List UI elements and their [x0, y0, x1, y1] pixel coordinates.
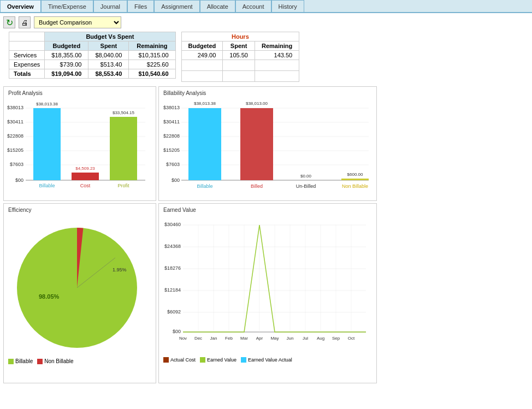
svg-text:Billed: Billed: [251, 183, 263, 189]
svg-text:$00: $00: [173, 329, 181, 334]
hours-table: Hours Budgeted Spent Remaining 249.00 10…: [181, 32, 300, 82]
efficiency-svg: 98.05% 1.95%: [6, 214, 148, 361]
svg-text:$33,504.15: $33,504.15: [113, 110, 135, 115]
totals-remaining: $10,540.60: [129, 69, 175, 79]
svg-text:Billable: Billable: [197, 183, 212, 189]
earned-value-color: [200, 357, 205, 363]
svg-text:$30460: $30460: [164, 222, 181, 227]
tab-allocate[interactable]: Allocate: [200, 0, 235, 12]
svg-rect-16: [110, 117, 137, 180]
svg-text:Aug: Aug: [317, 336, 324, 341]
tab-overview[interactable]: Overview: [0, 0, 41, 12]
non-billable-legend-label: Non Billable: [44, 358, 73, 364]
efficiency-title: Efficiency: [6, 206, 153, 214]
legend-actual-cost: Actual Cost: [163, 357, 196, 363]
efficiency-chart: Efficiency 98.05% 1.95%: [3, 203, 156, 383]
expenses-label: Expenses: [9, 60, 45, 69]
svg-text:$22808: $22808: [7, 133, 23, 139]
print-button[interactable]: 🖨: [19, 16, 31, 28]
profit-chart-svg: $38013 $30411 $22808 $15205 $7603 $00 $3…: [6, 97, 148, 198]
billability-analysis-chart: Billability Analysis $38013 $30411 $2280…: [158, 86, 377, 201]
svg-text:Jul: Jul: [303, 336, 308, 341]
legend-earned-value: Earned Value: [200, 357, 237, 363]
svg-text:$38013: $38013: [7, 105, 23, 110]
toolbar: ↻ 🖨 Budget Comparison Budget Summary Act…: [3, 16, 529, 28]
svg-text:$18276: $18276: [164, 265, 181, 271]
billable-legend-color: [8, 359, 14, 364]
svg-text:$38,013.38: $38,013.38: [194, 101, 216, 106]
tab-journal[interactable]: Journal: [93, 0, 127, 12]
tab-account[interactable]: Account: [235, 0, 271, 12]
svg-text:$30411: $30411: [163, 119, 180, 125]
earned-value-title: Earned Value: [161, 206, 374, 214]
services-budgeted: $18,355.00: [45, 51, 88, 60]
legend-non-billable: Non Billable: [37, 358, 73, 364]
hours-row2-spent: [223, 60, 255, 71]
earned-value-label: Earned Value: [207, 357, 237, 363]
profit-analysis-chart: Profit Analysis $38013 $30411 $22808 $15…: [3, 86, 156, 201]
svg-text:$22808: $22808: [163, 133, 180, 139]
svg-text:Mar: Mar: [240, 336, 248, 341]
hours-col-spent: Spent: [223, 42, 255, 51]
services-remaining: $10,315.00: [129, 51, 175, 60]
svg-text:$15205: $15205: [7, 147, 23, 153]
hours-row1-budgeted: 249.00: [181, 51, 223, 60]
bvs-col-budgeted: Budgeted: [45, 42, 88, 51]
hours-row2-budgeted: [181, 60, 223, 71]
totals-spent: $8,553.40: [88, 69, 129, 79]
svg-text:$30411: $30411: [7, 119, 23, 125]
svg-rect-33: [188, 108, 221, 180]
expenses-remaining: $225.60: [129, 60, 175, 69]
svg-text:$24368: $24368: [164, 244, 181, 249]
tab-history[interactable]: History: [271, 0, 304, 12]
actual-cost-color: [163, 357, 169, 363]
tab-timeexpense[interactable]: Time/Expense: [41, 0, 93, 12]
hours-row3-remaining: [255, 71, 299, 82]
view-dropdown[interactable]: Budget Comparison Budget Summary Actuals: [34, 16, 121, 28]
svg-text:Profit: Profit: [117, 183, 129, 188]
svg-text:Nov: Nov: [179, 336, 187, 341]
hours-col-remaining: Remaining: [255, 42, 299, 51]
tab-assignment[interactable]: Assignment: [154, 0, 199, 12]
expenses-spent: $513.40: [88, 60, 129, 69]
svg-text:$15205: $15205: [163, 147, 180, 153]
svg-text:$6092: $6092: [167, 309, 181, 315]
billability-title: Billability Analysis: [161, 89, 374, 97]
svg-text:May: May: [270, 336, 279, 341]
svg-rect-38: [341, 179, 369, 180]
hours-row1-remaining: 143.50: [255, 51, 299, 60]
expenses-budgeted: $739.00: [45, 60, 88, 69]
svg-text:98.05%: 98.05%: [39, 293, 60, 300]
hours-title: Hours: [181, 32, 299, 42]
services-label: Services: [9, 51, 45, 60]
svg-text:Sep: Sep: [332, 336, 340, 341]
svg-text:Dec: Dec: [194, 336, 202, 341]
svg-text:Apr: Apr: [256, 336, 263, 341]
main-content: ↻ 🖨 Budget Comparison Budget Summary Act…: [0, 13, 532, 409]
tab-files[interactable]: Files: [127, 0, 154, 12]
svg-rect-14: [72, 173, 99, 180]
earned-value-actual-color: [241, 357, 246, 363]
earned-value-actual-label: Earned Value Actual: [248, 357, 292, 363]
bvs-col-remaining: Remaining: [129, 42, 175, 51]
svg-text:$00: $00: [172, 177, 180, 183]
hours-col-budgeted: Budgeted: [181, 42, 223, 51]
hours-row2-remaining: [255, 60, 299, 71]
svg-text:Non Billable: Non Billable: [342, 183, 368, 189]
billability-chart-svg: $38013 $30411 $22808 $15205 $7603 $00 $3…: [161, 97, 371, 198]
svg-text:Cost: Cost: [80, 183, 91, 188]
svg-text:$7603: $7603: [166, 162, 180, 167]
legend-earned-value-actual: Earned Value Actual: [241, 357, 292, 363]
actual-cost-label: Actual Cost: [170, 357, 196, 363]
budget-vs-spent-title: Budget Vs Spent: [45, 32, 175, 42]
budget-vs-spent-table: Budget Vs Spent Budgeted Spent Remaining…: [9, 32, 176, 82]
bvs-col-spent: Spent: [88, 42, 129, 51]
svg-text:1.95%: 1.95%: [113, 267, 127, 272]
svg-text:$00: $00: [15, 177, 23, 183]
refresh-button[interactable]: ↻: [3, 16, 15, 28]
hours-row1-spent: 105.50: [223, 51, 255, 60]
svg-text:Jun: Jun: [287, 336, 294, 341]
svg-rect-12: [33, 108, 61, 180]
svg-text:$4,509.23: $4,509.23: [75, 166, 95, 171]
tab-bar: Overview Time/Expense Journal Files Assi…: [0, 0, 532, 13]
